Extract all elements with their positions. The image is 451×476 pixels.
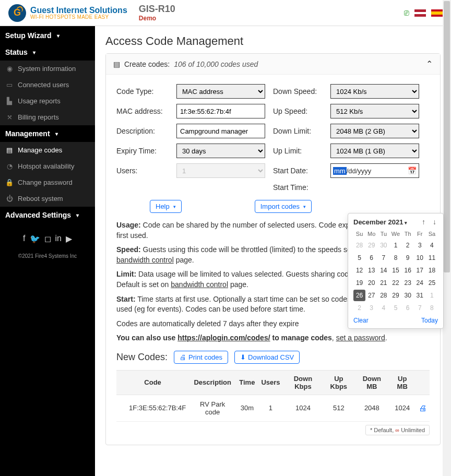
- sidebar-head-advanced-settings[interactable]: Advanced Settings: [0, 207, 95, 223]
- sidebar-head-management[interactable]: Management: [0, 125, 95, 142]
- datepicker-day[interactable]: 19: [353, 277, 365, 289]
- import-codes-button[interactable]: Import codes: [255, 200, 312, 213]
- datepicker-day[interactable]: 3: [365, 302, 377, 314]
- down-speed-select[interactable]: 1024 Kb/s: [330, 84, 419, 99]
- date-picker[interactable]: December 2021 ↑ ↓ SuMoTuWeThFrSa28293012…: [348, 213, 444, 329]
- print-codes-button[interactable]: 🖨 Print codes: [174, 351, 228, 364]
- datepicker-day[interactable]: 5: [353, 252, 365, 264]
- bandwidth-control-link[interactable]: bandwidth control: [116, 256, 174, 264]
- sidebar-item-change-password[interactable]: 🔒Change password: [0, 174, 95, 191]
- datepicker-dow: Th: [402, 229, 414, 239]
- datepicker-today-button[interactable]: Today: [421, 317, 438, 324]
- datepicker-day[interactable]: 2: [402, 240, 414, 251]
- sidebar-item-manage-codes[interactable]: ▤Manage codes: [0, 142, 95, 158]
- table-row: 1F:3E:55:62:7B:4F RV Park code 30m 1 102…: [116, 395, 430, 421]
- up-speed-select[interactable]: 512 Kb/s: [330, 104, 419, 118]
- scrollbar[interactable]: [443, 0, 451, 476]
- row-print-icon[interactable]: 🖨: [419, 403, 426, 412]
- datepicker-day[interactable]: 28: [353, 240, 365, 251]
- codes-table: Code Description Time Users Down Kbps Up…: [116, 370, 430, 422]
- datepicker-day[interactable]: 13: [365, 265, 377, 276]
- datepicker-month-title[interactable]: December 2021: [353, 218, 407, 226]
- network-icon[interactable]: ⎚: [404, 8, 409, 18]
- datepicker-day[interactable]: 29: [389, 290, 401, 301]
- datepicker-day[interactable]: 12: [353, 265, 365, 276]
- code-type-select[interactable]: MAC address: [176, 84, 265, 99]
- datepicker-day[interactable]: 8: [426, 302, 438, 314]
- datepicker-day[interactable]: 14: [377, 265, 389, 276]
- mac-address-input[interactable]: [176, 104, 265, 118]
- flag-us-icon[interactable]: [414, 9, 426, 17]
- sidebar-head-setup-wizard[interactable]: Setup Wizard: [0, 27, 95, 44]
- panel-header[interactable]: ▤ Create codes: 106 of 10,000 codes used…: [106, 54, 440, 75]
- description-input[interactable]: [176, 124, 265, 138]
- datepicker-day[interactable]: 24: [414, 277, 426, 289]
- datepicker-day[interactable]: 4: [426, 240, 438, 251]
- datepicker-day[interactable]: 18: [426, 265, 438, 276]
- download-csv-button[interactable]: ⬇ Download CSV: [234, 351, 300, 364]
- datepicker-day[interactable]: 7: [377, 252, 389, 264]
- sidebar-head-status[interactable]: Status: [0, 44, 95, 61]
- down-limit-select[interactable]: 2048 MB (2 GB): [330, 124, 419, 138]
- expiry-time-select[interactable]: 30 days: [176, 144, 265, 158]
- datepicker-day[interactable]: 6: [402, 302, 414, 314]
- datepicker-day[interactable]: 1: [389, 240, 401, 251]
- sidebar-item-billing-reports[interactable]: ⤧Billing reports: [0, 109, 95, 125]
- facebook-icon[interactable]: f: [23, 234, 25, 244]
- datepicker-day[interactable]: 5: [389, 302, 401, 314]
- datepicker-day[interactable]: 27: [365, 290, 377, 301]
- datepicker-day[interactable]: 1: [426, 290, 438, 301]
- datepicker-day[interactable]: 17: [414, 265, 426, 276]
- sidebar-item-reboot-system[interactable]: ⏻Reboot system: [0, 191, 95, 207]
- bandwidth-control-link-2[interactable]: bandwidth control: [171, 280, 228, 289]
- datepicker-day[interactable]: 30: [377, 240, 389, 251]
- datepicker-day[interactable]: 9: [402, 252, 414, 264]
- sidebar-item-connected-users[interactable]: ▭Connected users: [0, 77, 95, 93]
- datepicker-next-icon[interactable]: ↓: [431, 218, 438, 226]
- datepicker-day[interactable]: 16: [402, 265, 414, 276]
- datepicker-day[interactable]: 15: [389, 265, 401, 276]
- date-seg-rest[interactable]: /dd/yyyy: [347, 167, 372, 175]
- datepicker-day[interactable]: 8: [389, 252, 401, 264]
- youtube-icon[interactable]: ▶: [66, 234, 72, 244]
- datepicker-day[interactable]: 30: [402, 290, 414, 301]
- clock-icon: ◔: [5, 162, 14, 170]
- sidebar-item-hotspot-availability[interactable]: ◔Hotspot availability: [0, 158, 95, 174]
- panel-subtitle: 106 of 10,000 codes used: [174, 60, 258, 68]
- start-date-input[interactable]: mm/dd/yyyy 📅: [330, 163, 419, 178]
- datepicker-day[interactable]: 25: [426, 277, 438, 289]
- datepicker-clear-button[interactable]: Clear: [353, 317, 369, 324]
- datepicker-day[interactable]: 2: [353, 302, 365, 314]
- scrollbar-thumb[interactable]: [444, 1, 450, 272]
- linkedin-icon[interactable]: in: [55, 234, 62, 244]
- datepicker-day[interactable]: 23: [402, 277, 414, 289]
- datepicker-day[interactable]: 6: [365, 252, 377, 264]
- datepicker-prev-icon[interactable]: ↑: [420, 218, 427, 226]
- datepicker-dow: Fr: [414, 229, 426, 239]
- sidebar-item-system-information[interactable]: ◉System information: [0, 61, 95, 77]
- flag-es-icon[interactable]: [431, 9, 443, 17]
- datepicker-day[interactable]: 31: [414, 290, 426, 301]
- set-password-link[interactable]: set a password: [336, 334, 385, 342]
- logo[interactable]: G Guest Internet Solutions WI-FI HOTSPOT…: [8, 4, 127, 22]
- up-limit-select[interactable]: 1024 MB (1 GB): [330, 144, 419, 158]
- twitter-icon[interactable]: 🐦: [30, 234, 40, 244]
- datepicker-day[interactable]: 22: [389, 277, 401, 289]
- datepicker-day[interactable]: 29: [365, 240, 377, 251]
- datepicker-day[interactable]: 11: [426, 252, 438, 264]
- date-seg-mm[interactable]: mm: [333, 167, 347, 175]
- aplogin-link[interactable]: https://aplogin.com/codes/: [177, 334, 270, 342]
- datepicker-day[interactable]: 26: [353, 290, 365, 301]
- sidebar-item-usage-reports[interactable]: ▙Usage reports: [0, 93, 95, 109]
- datepicker-day[interactable]: 20: [365, 277, 377, 289]
- instagram-icon[interactable]: ◻: [44, 234, 51, 244]
- help-button[interactable]: Help: [150, 200, 182, 213]
- datepicker-day[interactable]: 3: [414, 240, 426, 251]
- calendar-icon[interactable]: 📅: [408, 166, 417, 175]
- datepicker-day[interactable]: 10: [414, 252, 426, 264]
- chevron-up-icon[interactable]: ⌃: [426, 59, 433, 69]
- datepicker-day[interactable]: 28: [377, 290, 389, 301]
- datepicker-day[interactable]: 21: [377, 277, 389, 289]
- datepicker-day[interactable]: 4: [377, 302, 389, 314]
- datepicker-day[interactable]: 7: [414, 302, 426, 314]
